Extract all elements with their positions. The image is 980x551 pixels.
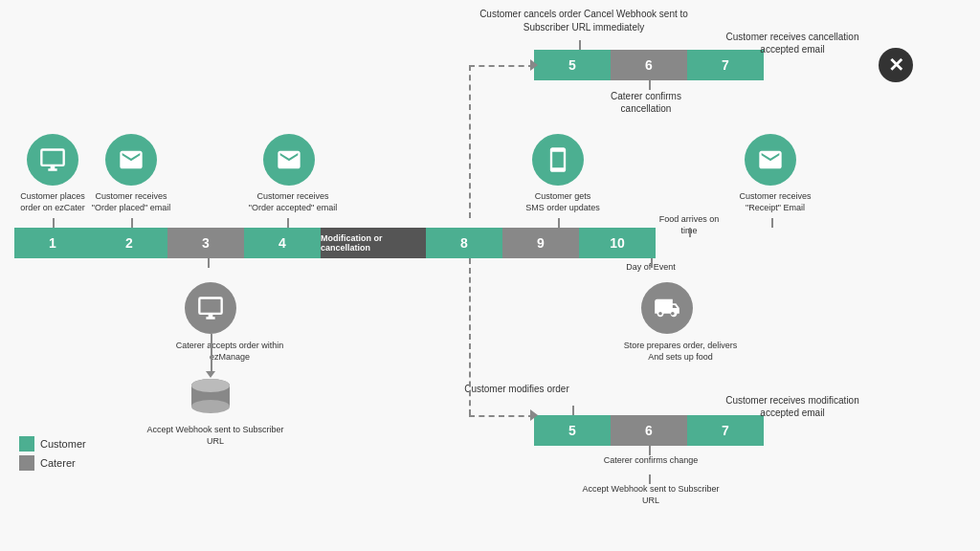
modify-right-label: Customer receives modification accepted …: [725, 394, 859, 419]
tick-10: [771, 218, 773, 228]
legend: Customer Caterer: [19, 436, 86, 474]
arrow-db: [206, 371, 215, 378]
connector-cancel-v: [469, 65, 471, 218]
tick-1: [53, 218, 55, 228]
cancel-step-5: 5: [534, 50, 611, 80]
cancel-step-6: 6: [611, 50, 687, 80]
label-caterer-accept: Caterer accepts order within ezManage: [172, 341, 287, 363]
tick-cancel-5: [579, 40, 581, 50]
label-order-accepted: Customer receives"Order accepted" email: [245, 191, 341, 213]
main-timeline: 1 2 3 4 Modification or cancellation 8 9…: [14, 228, 656, 258]
label-truck: Store prepares order, deliversAnd sets u…: [618, 341, 743, 363]
tick-modify-webhook: [649, 474, 651, 484]
cancel-top-label: Customer cancels order Cancel Webhook se…: [459, 8, 708, 34]
legend-caterer-color: [19, 455, 34, 471]
step-8: 8: [426, 228, 502, 258]
connector-modify-v: [469, 258, 471, 415]
icon-order-placed: [105, 134, 157, 186]
label-order-placed: Customer receives"Order placed" email: [88, 191, 174, 213]
step-2: 2: [91, 228, 167, 258]
label-sms: Customer getsSMS order updates: [515, 191, 611, 213]
legend-caterer-label: Caterer: [40, 457, 76, 469]
modify-step-5: 5: [534, 415, 611, 446]
icon-customer-order: [27, 134, 78, 186]
tick-cancel-6: [649, 80, 651, 90]
modify-timeline: 5 6 7: [534, 415, 764, 446]
label-caterer-confirms: Caterer confirms change: [603, 455, 699, 467]
tick-modify-5: [572, 406, 574, 415]
modify-step-6: 6: [611, 415, 687, 446]
cancel-right-label: Customer receives cancellation accepted …: [725, 31, 859, 55]
icon-sms: [532, 134, 584, 186]
tick-food: [689, 228, 691, 237]
tick-8: [558, 218, 560, 228]
connector-cancel-h: [469, 65, 534, 67]
legend-customer: Customer: [19, 436, 86, 452]
icon-order-accepted: [263, 134, 315, 186]
diagram: Customer cancels order Cancel Webhook se…: [0, 0, 980, 551]
tick-modify-6-down: [649, 446, 651, 455]
icon-database: [185, 378, 236, 420]
modify-top-label: Customer modifies order: [459, 383, 574, 395]
label-customer-order: Customer placesorder on ezCater: [10, 191, 96, 213]
step-10: 10: [579, 228, 656, 258]
label-db: Accept Webhook sent to Subscriber URL: [144, 425, 287, 447]
tick-2: [131, 218, 133, 228]
tick-3-4: [287, 218, 289, 228]
arrow-right-cancel: [530, 59, 538, 71]
step-mod-cancel: Modification or cancellation: [321, 228, 426, 258]
icon-truck: [641, 282, 693, 334]
step-1: 1: [14, 228, 91, 258]
icon-receipt: [745, 134, 796, 186]
label-accept-webhook: Accept Webhook sent to Subscriber URL: [574, 484, 727, 506]
label-receipt: Customer receives"Receipt" Email: [727, 191, 823, 213]
cancel-x-button[interactable]: ✕: [879, 48, 913, 82]
step-3: 3: [167, 228, 244, 258]
connector-monitor-db: [211, 334, 212, 372]
step-4: 4: [244, 228, 321, 258]
connector-modify-h: [469, 415, 534, 417]
modify-step-7: 7: [687, 415, 764, 446]
legend-customer-color: [19, 436, 34, 452]
tick-day-event: [651, 258, 653, 268]
arrow-right-modify: [530, 409, 538, 421]
legend-customer-label: Customer: [40, 438, 86, 450]
tick-below-3: [208, 258, 210, 268]
icon-caterer-monitor: [185, 282, 236, 334]
step-9: 9: [502, 228, 579, 258]
svg-point-3: [191, 379, 230, 392]
legend-caterer: Caterer: [19, 455, 86, 471]
svg-point-2: [191, 400, 230, 413]
cancel-bottom-label: Caterer confirms cancellation: [593, 90, 699, 115]
